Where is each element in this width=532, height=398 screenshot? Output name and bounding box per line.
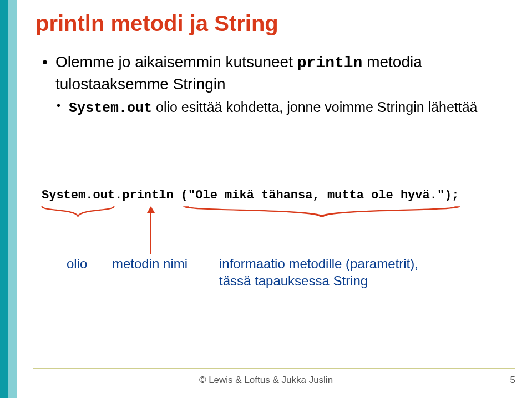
label-informaatio-line2: tässä tapauksessa String [219,272,418,289]
bullet-2-code: System.out [69,100,152,116]
bullet-2-post: olio esittää kohdetta, jonne voimme Stri… [152,99,477,115]
bullet-item-1: Olemme jo aikaisemmin kutsuneet println … [41,52,510,118]
footer-divider [33,368,515,369]
slide-footer: © Lewis & Loftus & Jukka Juslin 5 [0,359,532,398]
page-number: 5 [510,375,515,386]
label-informaatio: informaatio metodille (parametrit), täss… [219,255,418,289]
bullet-1-code: println [297,54,363,72]
slide-content: println metodi ja String Olemme jo aikai… [33,11,510,355]
slide-title: println metodi ja String [36,11,510,36]
label-informaatio-line1: informaatio metodille (parametrit), [219,255,418,272]
code-example: System.out.println ("Ole mikä tähansa, m… [42,188,459,202]
brace-object [40,205,115,217]
label-olio: olio [67,255,87,272]
side-stripe [0,0,17,398]
label-metodin-nimi: metodin nimi [112,255,188,272]
bullet-item-2: System.out olio esittää kohdetta, jonne … [55,98,510,118]
bullet-1-pre: Olemme jo aikaisemmin kutsuneet [55,53,297,70]
arrow-method-name [150,207,151,254]
brace-parameter [180,205,463,217]
bullet-list: Olemme jo aikaisemmin kutsuneet println … [41,52,510,118]
copyright-text: © Lewis & Loftus & Jukka Juslin [0,375,532,386]
